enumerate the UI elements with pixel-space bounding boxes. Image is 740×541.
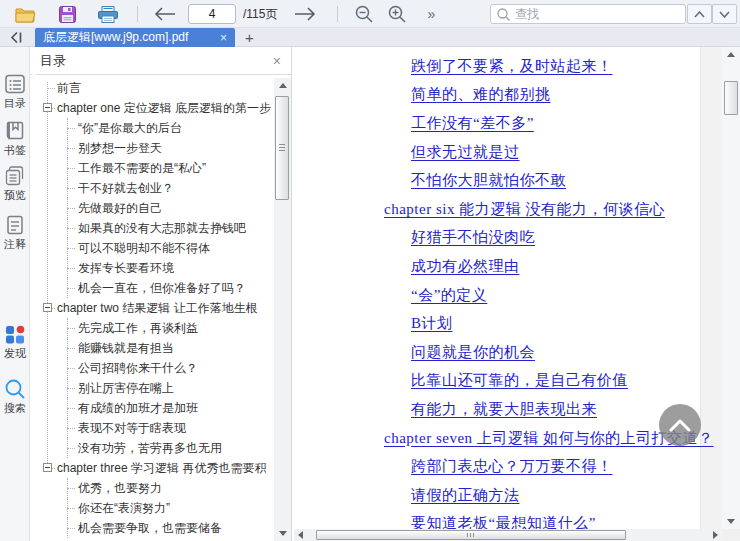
toc-panel-close-icon[interactable]: ×: [273, 53, 281, 69]
previous-page-button[interactable]: [150, 0, 180, 28]
pdf-text-line: 跨部门表忠心？万万要不得！: [292, 452, 712, 481]
zoom-out-button[interactable]: [350, 0, 378, 28]
toc-item-label: 优秀，也要努力: [78, 480, 162, 497]
vertical-scrollbar[interactable]: [722, 47, 740, 529]
toc-scroll-thumb[interactable]: [275, 96, 289, 200]
pdf-text-line: 成功有必然理由: [292, 252, 712, 281]
sidebar-item-search[interactable]: 搜索: [0, 378, 30, 416]
open-folder-icon: [15, 6, 36, 23]
toc-panel: 目录 × 前言chapter one 定位逻辑 底层逻辑的第一步“你”是你最大的…: [30, 47, 292, 541]
pdf-toc-link[interactable]: 请假的正确方法: [411, 486, 520, 505]
pdf-toc-link[interactable]: 好猎手不怕没肉吃: [411, 228, 535, 247]
toc-item[interactable]: 你还在“表演努力”: [30, 498, 274, 518]
rail-label: 注释: [4, 237, 26, 252]
collapse-expander-icon[interactable]: [43, 103, 52, 112]
save-button[interactable]: [54, 0, 80, 28]
toc-item[interactable]: chapter three 学习逻辑 再优秀也需要积: [30, 458, 274, 478]
discover-icon: [4, 323, 26, 345]
chevron-down-icon: [719, 11, 730, 18]
toc-item-label: 如果真的没有大志那就去挣钱吧: [78, 220, 246, 237]
more-tools-button[interactable]: »: [420, 0, 444, 28]
find-previous-button[interactable]: [687, 4, 712, 24]
toc-item[interactable]: 别让厉害停在嘴上: [30, 378, 274, 398]
scroll-down-arrow[interactable]: [722, 514, 740, 529]
pdf-toc-link[interactable]: 跌倒了不要紧，及时站起来！: [411, 57, 613, 76]
toc-item[interactable]: “你”是你最大的后台: [30, 118, 274, 138]
find-box[interactable]: [490, 4, 686, 24]
toc-item[interactable]: 能赚钱就是有担当: [30, 338, 274, 358]
toc-item[interactable]: 干不好就去创业？: [30, 178, 274, 198]
sidebar-item-discover[interactable]: 发现: [0, 323, 30, 361]
sidebar-item-annotations[interactable]: 注释: [0, 214, 30, 252]
scrollbar-corner: [722, 529, 740, 541]
pdf-toc-link[interactable]: “会”的定义: [411, 286, 487, 305]
page-number-input[interactable]: [188, 4, 236, 24]
toc-item[interactable]: 有成绩的加班才是加班: [30, 398, 274, 418]
toc-item[interactable]: 前言: [30, 78, 274, 98]
horizontal-scrollbar[interactable]: [294, 529, 722, 541]
open-file-button[interactable]: [12, 0, 38, 28]
toc-item[interactable]: 别梦想一步登天: [30, 138, 274, 158]
next-page-button[interactable]: [290, 0, 320, 28]
toc-item[interactable]: 表现不对等于瞎表现: [30, 418, 274, 438]
toc-tree: 前言chapter one 定位逻辑 底层逻辑的第一步“你”是你最大的后台别梦想…: [30, 78, 274, 541]
pdf-toc-link[interactable]: 比靠山还可靠的，是自己有价值: [411, 371, 628, 390]
toolbar-separator: [137, 6, 138, 22]
scroll-left-arrow[interactable]: [294, 529, 307, 541]
toc-item[interactable]: chapter two 结果逻辑 让工作落地生根: [30, 298, 274, 318]
toc-scroll-up-arrow[interactable]: [274, 78, 291, 93]
toc-item[interactable]: 发挥专长要看环境: [30, 258, 274, 278]
new-tab-button[interactable]: +: [245, 28, 254, 47]
collapse-sidebar-button[interactable]: [8, 28, 23, 47]
pdf-text-line: 跌倒了不要紧，及时站起来！: [292, 52, 712, 81]
sidebar-item-preview[interactable]: 预览: [0, 165, 30, 203]
toc-item-label: 别让厉害停在嘴上: [78, 380, 174, 397]
toc-item-label: 有成绩的加班才是加班: [78, 400, 198, 417]
horizontal-scroll-thumb[interactable]: [316, 530, 626, 540]
scroll-right-arrow[interactable]: [709, 529, 722, 541]
pdf-toc-link[interactable]: 跨部门表忠心？万万要不得！: [411, 457, 613, 476]
tab-close-icon[interactable]: ×: [220, 31, 227, 45]
toc-item[interactable]: 没有功劳，苦劳再多也无用: [30, 438, 274, 458]
document-tab[interactable]: 底层逻辑[www.j9p.com].pdf ×: [35, 28, 235, 47]
scroll-up-arrow[interactable]: [722, 47, 740, 62]
toc-item-label: 没有功劳，苦劳再多也无用: [78, 440, 222, 457]
pdf-toc-link[interactable]: chapter six 能力逻辑 没有能力，何谈信心: [384, 200, 665, 219]
back-to-top-button[interactable]: [659, 404, 701, 446]
toc-item[interactable]: 工作最不需要的是“私心”: [30, 158, 274, 178]
pdf-text-line: chapter seven 上司逻辑 如何与你的上司打交道？: [292, 424, 712, 453]
print-button[interactable]: [95, 0, 121, 28]
toc-item[interactable]: 机会一直在，但你准备好了吗？: [30, 278, 274, 298]
toc-scrollbar[interactable]: [274, 78, 291, 541]
toc-item[interactable]: 公司招聘你来干什么？: [30, 358, 274, 378]
toc-item[interactable]: 先完成工作，再谈利益: [30, 318, 274, 338]
pdf-toc-link[interactable]: 成功有必然理由: [411, 257, 520, 276]
pdf-toc-link[interactable]: 不怕你大胆就怕你不敢: [411, 171, 566, 190]
zoom-in-button[interactable]: [383, 0, 411, 28]
pdf-toc-link[interactable]: 工作没有“差不多”: [411, 114, 534, 133]
toc-item[interactable]: 机会需要争取，也需要储备: [30, 518, 274, 538]
pdf-text-line: 但求无过就是过: [292, 138, 712, 167]
toc-item[interactable]: 先做最好的自己: [30, 198, 274, 218]
toc-icon: [4, 73, 26, 95]
toc-scroll-down-arrow[interactable]: [274, 526, 291, 541]
toc-item-label: “你”是你最大的后台: [78, 120, 182, 137]
find-next-button[interactable]: [712, 4, 737, 24]
toc-panel-title: 目录: [40, 52, 66, 70]
pdf-toc-link[interactable]: 但求无过就是过: [411, 143, 520, 162]
toc-item[interactable]: 优秀，也要努力: [30, 478, 274, 498]
find-input[interactable]: [515, 7, 679, 21]
pdf-toc-link[interactable]: 有能力，就要大胆表现出来: [411, 400, 597, 419]
collapse-expander-icon[interactable]: [43, 463, 52, 472]
toc-item[interactable]: 可以不聪明却不能不得体: [30, 238, 274, 258]
pdf-toc-link[interactable]: B计划: [411, 314, 453, 333]
collapse-expander-icon[interactable]: [43, 303, 52, 312]
pdf-toc-link[interactable]: 简单的、难的都别挑: [411, 85, 551, 104]
pdf-toc-link[interactable]: 问题就是你的机会: [411, 343, 535, 362]
vertical-scroll-thumb[interactable]: [724, 81, 738, 115]
zoom-in-icon: [388, 5, 406, 23]
toc-item[interactable]: 如果真的没有大志那就去挣钱吧: [30, 218, 274, 238]
sidebar-item-bookmarks[interactable]: 书签: [0, 120, 30, 158]
rail-label: 书签: [4, 143, 26, 158]
toc-item[interactable]: chapter one 定位逻辑 底层逻辑的第一步: [30, 98, 274, 118]
